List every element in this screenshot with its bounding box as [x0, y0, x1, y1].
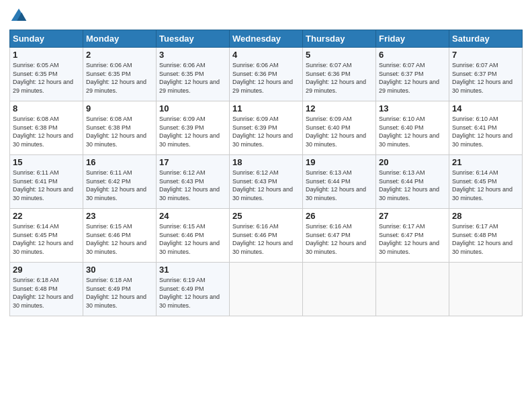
calendar-cell: 11Sunrise: 6:09 AMSunset: 6:39 PMDayligh… [230, 101, 303, 155]
calendar-cell: 24Sunrise: 6:15 AMSunset: 6:46 PMDayligh… [157, 209, 230, 263]
day-info: Sunrise: 6:18 AMSunset: 6:48 PMDaylight:… [13, 276, 80, 310]
day-number: 27 [379, 211, 446, 221]
calendar-cell [376, 263, 449, 316]
day-number: 13 [379, 103, 446, 113]
day-info: Sunrise: 6:06 AMSunset: 6:35 PMDaylight:… [86, 61, 153, 95]
calendar-cell: 21Sunrise: 6:14 AMSunset: 6:45 PMDayligh… [449, 155, 523, 209]
day-info: Sunrise: 6:18 AMSunset: 6:49 PMDaylight:… [86, 276, 153, 310]
calendar-cell: 15Sunrise: 6:11 AMSunset: 6:41 PMDayligh… [10, 155, 83, 209]
day-number: 1 [13, 50, 80, 60]
day-header: Monday [83, 30, 157, 48]
page: SundayMondayTuesdayWednesdayThursdayFrid… [0, 0, 532, 411]
calendar-cell: 3Sunrise: 6:06 AMSunset: 6:35 PMDaylight… [157, 48, 230, 101]
day-info: Sunrise: 6:08 AMSunset: 6:38 PMDaylight:… [86, 115, 153, 148]
day-number: 26 [306, 211, 373, 221]
day-info: Sunrise: 6:06 AMSunset: 6:35 PMDaylight:… [159, 61, 226, 95]
day-header: Friday [376, 30, 449, 48]
day-info: Sunrise: 6:09 AMSunset: 6:39 PMDaylight:… [232, 115, 300, 148]
day-info: Sunrise: 6:14 AMSunset: 6:45 PMDaylight:… [13, 222, 80, 256]
logo-icon [9, 7, 28, 26]
calendar-cell: 4Sunrise: 6:06 AMSunset: 6:36 PMDaylight… [230, 48, 303, 101]
day-number: 21 [452, 157, 519, 167]
day-number: 31 [159, 265, 226, 275]
day-number: 6 [379, 50, 446, 60]
day-number: 4 [232, 50, 300, 60]
calendar-cell: 29Sunrise: 6:18 AMSunset: 6:48 PMDayligh… [10, 263, 83, 316]
calendar-cell: 9Sunrise: 6:08 AMSunset: 6:38 PMDaylight… [83, 101, 157, 155]
calendar-cell: 5Sunrise: 6:07 AMSunset: 6:36 PMDaylight… [303, 48, 376, 101]
calendar-cell: 18Sunrise: 6:12 AMSunset: 6:43 PMDayligh… [230, 155, 303, 209]
day-number: 11 [232, 103, 300, 113]
day-info: Sunrise: 6:06 AMSunset: 6:36 PMDaylight:… [232, 61, 300, 95]
day-number: 12 [306, 103, 373, 113]
day-number: 16 [86, 157, 153, 167]
calendar-cell: 20Sunrise: 6:13 AMSunset: 6:44 PMDayligh… [376, 155, 449, 209]
day-info: Sunrise: 6:11 AMSunset: 6:41 PMDaylight:… [13, 169, 80, 202]
day-number: 29 [13, 265, 80, 275]
day-number: 9 [86, 103, 153, 113]
day-info: Sunrise: 6:13 AMSunset: 6:44 PMDaylight:… [379, 169, 446, 202]
day-number: 30 [86, 265, 153, 275]
day-header: Thursday [303, 30, 376, 48]
day-number: 17 [159, 157, 226, 167]
calendar-cell: 30Sunrise: 6:18 AMSunset: 6:49 PMDayligh… [83, 263, 157, 316]
day-info: Sunrise: 6:15 AMSunset: 6:46 PMDaylight:… [86, 222, 153, 256]
day-info: Sunrise: 6:11 AMSunset: 6:42 PMDaylight:… [86, 169, 153, 202]
calendar-cell: 25Sunrise: 6:16 AMSunset: 6:46 PMDayligh… [230, 209, 303, 263]
calendar: SundayMondayTuesdayWednesdayThursdayFrid… [9, 30, 523, 316]
header [9, 7, 523, 26]
day-info: Sunrise: 6:08 AMSunset: 6:38 PMDaylight:… [13, 115, 80, 148]
calendar-cell: 22Sunrise: 6:14 AMSunset: 6:45 PMDayligh… [10, 209, 83, 263]
day-info: Sunrise: 6:19 AMSunset: 6:49 PMDaylight:… [159, 276, 226, 310]
calendar-cell: 14Sunrise: 6:10 AMSunset: 6:41 PMDayligh… [449, 101, 523, 155]
day-header: Wednesday [230, 30, 303, 48]
day-info: Sunrise: 6:09 AMSunset: 6:40 PMDaylight:… [306, 115, 373, 148]
day-info: Sunrise: 6:16 AMSunset: 6:46 PMDaylight:… [232, 222, 300, 256]
day-info: Sunrise: 6:10 AMSunset: 6:41 PMDaylight:… [452, 115, 519, 148]
day-number: 2 [86, 50, 153, 60]
day-number: 25 [232, 211, 300, 221]
day-info: Sunrise: 6:07 AMSunset: 6:37 PMDaylight:… [379, 61, 446, 95]
calendar-cell: 10Sunrise: 6:09 AMSunset: 6:39 PMDayligh… [157, 101, 230, 155]
day-info: Sunrise: 6:17 AMSunset: 6:48 PMDaylight:… [452, 222, 519, 256]
day-number: 22 [13, 211, 80, 221]
day-number: 24 [159, 211, 226, 221]
day-info: Sunrise: 6:07 AMSunset: 6:37 PMDaylight:… [452, 61, 519, 95]
day-number: 14 [452, 103, 519, 113]
day-header: Sunday [10, 30, 83, 48]
calendar-cell: 6Sunrise: 6:07 AMSunset: 6:37 PMDaylight… [376, 48, 449, 101]
day-number: 8 [13, 103, 80, 113]
logo [9, 7, 31, 26]
calendar-cell: 13Sunrise: 6:10 AMSunset: 6:40 PMDayligh… [376, 101, 449, 155]
day-info: Sunrise: 6:07 AMSunset: 6:36 PMDaylight:… [306, 61, 373, 95]
calendar-cell: 8Sunrise: 6:08 AMSunset: 6:38 PMDaylight… [10, 101, 83, 155]
day-header: Tuesday [157, 30, 230, 48]
day-number: 15 [13, 157, 80, 167]
calendar-cell [303, 263, 376, 316]
calendar-cell: 7Sunrise: 6:07 AMSunset: 6:37 PMDaylight… [449, 48, 523, 101]
day-header: Saturday [449, 30, 523, 48]
day-number: 19 [306, 157, 373, 167]
calendar-cell: 31Sunrise: 6:19 AMSunset: 6:49 PMDayligh… [157, 263, 230, 316]
day-info: Sunrise: 6:16 AMSunset: 6:47 PMDaylight:… [306, 222, 373, 256]
calendar-cell: 27Sunrise: 6:17 AMSunset: 6:47 PMDayligh… [376, 209, 449, 263]
day-info: Sunrise: 6:10 AMSunset: 6:40 PMDaylight:… [379, 115, 446, 148]
calendar-cell [449, 263, 523, 316]
calendar-cell: 16Sunrise: 6:11 AMSunset: 6:42 PMDayligh… [83, 155, 157, 209]
day-info: Sunrise: 6:12 AMSunset: 6:43 PMDaylight:… [232, 169, 300, 202]
day-number: 23 [86, 211, 153, 221]
day-info: Sunrise: 6:05 AMSunset: 6:35 PMDaylight:… [13, 61, 80, 95]
day-number: 7 [452, 50, 519, 60]
calendar-cell: 12Sunrise: 6:09 AMSunset: 6:40 PMDayligh… [303, 101, 376, 155]
day-info: Sunrise: 6:09 AMSunset: 6:39 PMDaylight:… [159, 115, 226, 148]
calendar-cell: 26Sunrise: 6:16 AMSunset: 6:47 PMDayligh… [303, 209, 376, 263]
calendar-cell [230, 263, 303, 316]
calendar-cell: 2Sunrise: 6:06 AMSunset: 6:35 PMDaylight… [83, 48, 157, 101]
calendar-cell: 19Sunrise: 6:13 AMSunset: 6:44 PMDayligh… [303, 155, 376, 209]
day-number: 20 [379, 157, 446, 167]
day-info: Sunrise: 6:14 AMSunset: 6:45 PMDaylight:… [452, 169, 519, 202]
day-number: 28 [452, 211, 519, 221]
day-info: Sunrise: 6:12 AMSunset: 6:43 PMDaylight:… [159, 169, 226, 202]
day-number: 3 [159, 50, 226, 60]
day-number: 18 [232, 157, 300, 167]
